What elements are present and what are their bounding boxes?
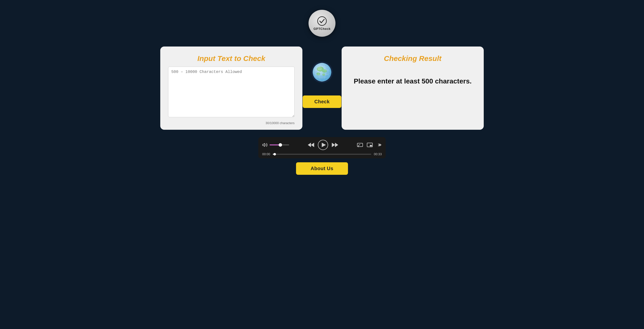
svg-point-2 — [313, 63, 331, 81]
svg-point-21 — [358, 146, 359, 147]
globe-container — [311, 61, 333, 83]
check-icon — [317, 16, 327, 26]
play-icon — [318, 140, 328, 150]
player-controls — [262, 140, 382, 150]
volume-bar[interactable] — [270, 144, 289, 145]
more-button[interactable] — [376, 142, 382, 148]
volume-section — [262, 142, 289, 148]
left-panel: Input Text to Check 30/10000 characters — [160, 46, 302, 130]
svg-marker-17 — [322, 143, 326, 147]
char-count: 30/10000 characters — [168, 121, 294, 125]
play-button[interactable] — [318, 140, 328, 150]
pip-icon — [366, 142, 373, 148]
fast-forward-icon — [331, 142, 339, 148]
bottom-section: 00:00 00:33 About Us — [258, 135, 386, 175]
progress-knob — [274, 153, 276, 155]
fast-forward-button[interactable] — [331, 142, 339, 148]
input-panel-title: Input Text to Check — [168, 54, 294, 63]
logo-text: GPTCheck — [314, 27, 330, 30]
cast-button[interactable] — [357, 142, 363, 148]
extra-controls — [357, 142, 382, 148]
about-button[interactable]: About Us — [296, 162, 348, 175]
progress-bar[interactable] — [273, 154, 372, 155]
svg-marker-14 — [311, 143, 314, 147]
text-input[interactable] — [168, 67, 294, 117]
progress-section: 00:00 00:33 — [262, 152, 382, 156]
svg-point-0 — [318, 17, 326, 25]
logo-container: GPTCheck — [308, 10, 336, 37]
result-panel-title: Checking Result — [384, 54, 441, 63]
svg-rect-23 — [370, 145, 372, 146]
right-panel: Checking Result Please enter at least 50… — [342, 46, 484, 130]
check-button[interactable]: Check — [303, 95, 342, 108]
svg-marker-18 — [332, 143, 335, 147]
globe-icon — [311, 61, 333, 83]
svg-marker-13 — [263, 143, 265, 147]
panels-row: Input Text to Check 30/10000 characters — [160, 46, 484, 130]
result-message: Please enter at least 500 characters. — [354, 76, 472, 86]
logo-circle: GPTCheck — [308, 10, 336, 37]
rewind-button[interactable] — [307, 142, 315, 148]
video-player: 00:00 00:33 — [258, 137, 386, 158]
time-total: 00:33 — [374, 152, 382, 156]
volume-knob — [279, 143, 282, 147]
cast-icon — [357, 142, 363, 148]
more-icon — [376, 142, 382, 148]
center-column: Check — [302, 46, 342, 108]
rewind-icon — [307, 142, 315, 148]
pip-button[interactable] — [366, 142, 373, 148]
svg-marker-19 — [335, 143, 338, 147]
volume-icon — [262, 142, 268, 148]
time-current: 00:00 — [262, 152, 270, 156]
svg-point-12 — [317, 67, 322, 70]
svg-marker-15 — [308, 143, 311, 147]
playback-buttons — [293, 140, 353, 150]
